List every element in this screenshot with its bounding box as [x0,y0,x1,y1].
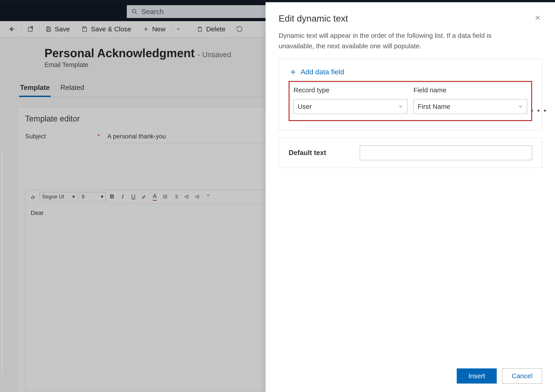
more-icon: • • • [531,106,547,115]
field-name-header: Field name [414,86,527,94]
cancel-label: Cancel [512,372,532,380]
panel-title: Edit dynamic text [279,13,348,24]
row-more-actions-button[interactable]: • • • [531,106,547,115]
insert-label: Insert [468,372,485,380]
panel-help-text: Dynamic text will appear in the order of… [279,30,512,51]
data-fields-card: Add data field Record type User Field na… [279,59,542,130]
default-text-card: Default text [279,138,542,168]
field-name-value: First Name [418,103,451,110]
plus-icon [290,68,297,76]
record-type-header: Record type [293,86,407,94]
highlighted-field-row: Record type User Field name First Name •… [289,81,532,121]
add-data-field-label: Add data field [301,68,344,76]
close-button[interactable] [533,13,542,22]
edit-dynamic-text-panel: Edit dynamic text Dynamic text will appe… [265,2,555,392]
close-icon [534,15,541,21]
add-data-field-button[interactable]: Add data field [289,66,532,81]
chevron-down-icon [518,104,523,109]
cancel-button[interactable]: Cancel [502,368,542,384]
record-type-dropdown[interactable]: User [293,99,407,114]
chevron-down-icon [398,104,403,109]
record-type-value: User [298,103,312,110]
scrollbar-thumb[interactable] [1,151,3,374]
default-text-input[interactable] [360,146,532,160]
default-text-label: Default text [289,149,360,157]
insert-button[interactable]: Insert [457,368,497,384]
field-name-dropdown[interactable]: First Name [414,99,527,114]
